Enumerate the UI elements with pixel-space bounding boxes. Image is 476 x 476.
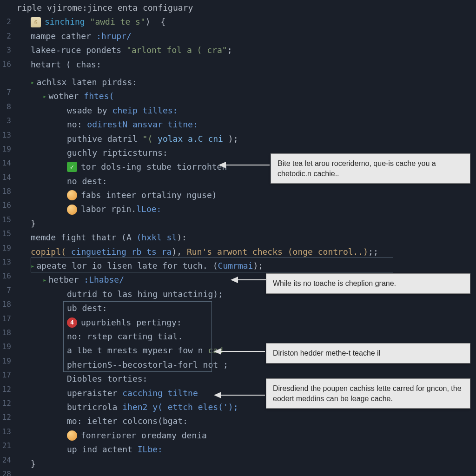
line-number: 18 xyxy=(0,326,11,340)
type: ihen2 y( ettch eles('); xyxy=(122,400,238,414)
code-line[interactable]: ▸ apeate lor io lisen late for tuch. ( C… xyxy=(17,259,476,273)
punct: } xyxy=(31,457,36,471)
fold-arrow-icon[interactable]: ▸ xyxy=(43,89,46,103)
code-line[interactable]: no: rstep carting tial. xyxy=(17,330,476,344)
type: cacching tiltne xyxy=(122,386,198,400)
prop: Diobles torties: xyxy=(67,372,147,386)
error-icon: 4 xyxy=(67,317,77,328)
line-number: 19 xyxy=(0,340,11,354)
prop: uperaister xyxy=(67,386,122,400)
warning-icon xyxy=(67,190,77,200)
prop: a lbe t mrests mypesr fow n xyxy=(67,344,208,357)
line-number: 19 xyxy=(0,241,11,255)
code-line[interactable]: fonreriorer oredamy denia xyxy=(17,429,476,443)
line-number: 8 xyxy=(0,100,11,114)
line-number: 7 xyxy=(0,284,11,298)
annotation-callout: Bite tea let arou roceriderno, que-is ca… xyxy=(271,153,470,184)
code-line[interactable]: mampe cather :hrupr/ xyxy=(17,29,476,43)
code-line[interactable] xyxy=(17,72,476,75)
type: lLoe: xyxy=(136,202,161,216)
prop: labor rpin. xyxy=(81,202,136,216)
punct: ) xyxy=(145,15,151,29)
code-line[interactable]: labor rpin. lLoe: xyxy=(17,202,476,216)
code-line[interactable]: up ind actent ILbe: xyxy=(17,443,476,456)
line-number: 7 xyxy=(0,86,11,99)
code-line[interactable]: copipl( cinguetiing rb ts ra ), Run's ar… xyxy=(17,245,476,259)
punct: { xyxy=(160,15,165,29)
keyword: sinching xyxy=(45,15,85,29)
string: cad xyxy=(208,344,223,357)
prop: ub dest: xyxy=(67,301,107,315)
code-line[interactable]: hetart ( chas: xyxy=(17,58,476,72)
annotation-callout: Diresdiend the poupen cachiss lette carr… xyxy=(266,378,470,409)
prop: hetber xyxy=(48,273,84,287)
line-number: 13 xyxy=(0,255,11,269)
type: odirestN ansvar titne: xyxy=(87,118,198,132)
string: "awdi te s" xyxy=(90,15,145,29)
line-number: 17 xyxy=(0,368,11,382)
line-number: 3 xyxy=(0,43,11,57)
line-number: 14 xyxy=(0,156,11,170)
func: Run's arwont checks (onge control..) xyxy=(187,245,368,259)
file-icon: ⎌ xyxy=(31,17,41,27)
annotation-callout: While its no toache is cheplion grane. xyxy=(266,273,470,294)
code-line[interactable]: 4 upurbiehls pertingy: xyxy=(17,316,476,330)
prop: ielter colcons(bgat: xyxy=(87,414,188,428)
prop: no: xyxy=(67,330,87,344)
string: "( xyxy=(143,132,158,146)
line-number: 28 xyxy=(0,467,11,476)
code-line[interactable]: no: odirestN ansvar titne: xyxy=(17,118,476,132)
line-number xyxy=(0,1,11,15)
line-number: 16 xyxy=(0,58,11,72)
code-line[interactable]: puthive datril "( yolax a.C cni ); xyxy=(17,132,476,146)
param: yolax a.C cni xyxy=(158,132,223,146)
callout-text: While its no toache is cheplion grane. xyxy=(273,279,396,287)
code-line[interactable]: ⎌ sinching "awdi te s" ) { xyxy=(17,15,476,29)
line-number: 16 xyxy=(0,198,11,212)
punct: ); xyxy=(223,132,238,146)
code-line[interactable]: ub dest: xyxy=(17,301,476,315)
fold-arrow-icon[interactable]: ▸ xyxy=(43,273,46,287)
line-number: 16 xyxy=(0,269,11,283)
code-line[interactable]: fabs inteer ortaliny nguse) xyxy=(17,188,476,202)
string: "arlont fol a ( cra" xyxy=(126,43,227,57)
error-badge-num: 4 xyxy=(70,316,74,330)
line-number: 13 xyxy=(0,128,11,142)
punct: ); xyxy=(253,259,263,273)
code-line[interactable]: mo: ielter colcons(bgat: xyxy=(17,414,476,428)
warning-icon xyxy=(67,430,77,441)
line-number: 21 xyxy=(0,439,11,453)
line-number xyxy=(0,72,11,86)
line-number: 17 xyxy=(0,312,11,326)
line-number: 15 xyxy=(0,227,11,241)
type: cinguetiing rb ts ra xyxy=(71,245,172,259)
prop: fonreriorer oredamy denia xyxy=(81,429,207,443)
callout-text: Diresdiend the poupen cachiss lette carr… xyxy=(273,384,462,403)
type: cheip tilles: xyxy=(112,104,178,118)
code-line[interactable]: } xyxy=(17,457,476,471)
code-line[interactable]: riple vjirome:jince enta configuary xyxy=(17,1,476,15)
code-line[interactable]: } xyxy=(17,217,476,231)
code-line[interactable]: ▸ wother fhtes( xyxy=(17,89,476,103)
prop: puthive datril xyxy=(67,132,143,146)
line-number: 12 xyxy=(0,410,11,424)
prop: mampe cather xyxy=(31,29,96,43)
line-number: 3 xyxy=(0,114,11,128)
line-number: 24 xyxy=(0,453,11,467)
check-icon: ✓ xyxy=(67,162,77,172)
code-line[interactable]: lakee-ruce pondets "arlont fol a ( cra" … xyxy=(17,43,476,57)
prop: mo: xyxy=(67,414,87,428)
warning-icon xyxy=(67,205,77,215)
code-line[interactable]: memde fight thatr (A (hxkl sl ): xyxy=(17,231,476,245)
prop: no: xyxy=(67,118,87,132)
fold-arrow-icon[interactable]: ▸ xyxy=(31,75,34,89)
line-number: 14 xyxy=(0,171,11,185)
prop: rstep carting tial. xyxy=(87,330,183,344)
line-number: 13 xyxy=(0,425,11,439)
type: ILbe: xyxy=(138,443,163,456)
code-line[interactable]: wsade by cheip tilles: xyxy=(17,104,476,118)
fold-arrow-icon[interactable]: ▸ xyxy=(31,259,34,273)
func: copipl( xyxy=(31,245,71,259)
prop: phertionS--becostorla-forl xyxy=(67,358,203,372)
code-line[interactable]: ▸ achlsx laten pirdss: xyxy=(17,75,476,89)
